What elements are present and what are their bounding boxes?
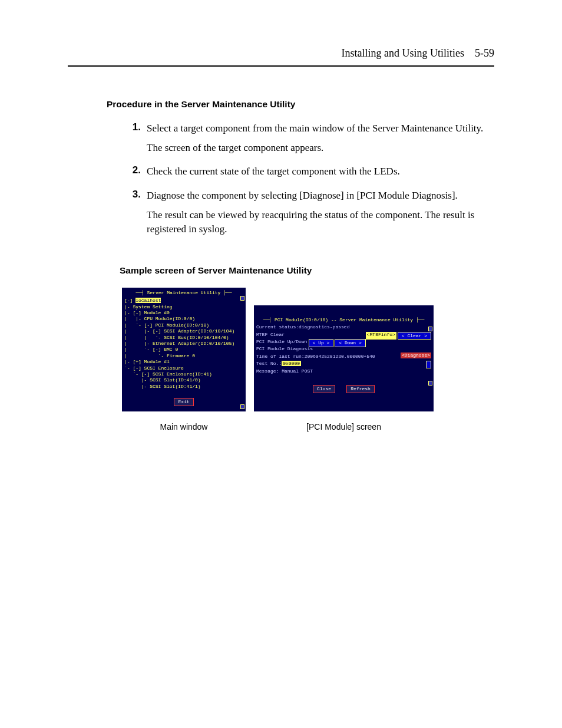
message-row: Message: Manual POST <box>256 368 431 374</box>
current-status-row: Current status:diagnostics-passed <box>256 324 431 330</box>
clear-button[interactable]: < Clear > <box>398 332 431 340</box>
pci-module-screenshot: ──┤ PCI Module(ID:0/10) -- Server Mainte… <box>254 305 434 411</box>
diagnose-button[interactable]: <Diagnose> <box>401 353 431 358</box>
step-text: Check the current state of the target co… <box>147 164 494 179</box>
test-no-row: Test No.:0x0000 <box>256 361 431 367</box>
window-title: ──┤ Server Maintenance Utility ├── <box>124 290 243 296</box>
step-text: Select a target component from the main … <box>147 121 494 136</box>
down-button[interactable]: < Down > <box>335 339 365 347</box>
step-text-extra: The screen of the target component appea… <box>147 141 494 156</box>
step-3: 3. Diagnose the component by selecting [… <box>68 189 494 242</box>
module-updown-row: PCI Module Up/Down < Up > < Down > <box>256 339 431 345</box>
step-number: 1. <box>120 121 141 160</box>
header-page-number: 5-59 <box>475 47 494 59</box>
window-title: ──┤ PCI Module(ID:0/10) -- Server Mainte… <box>256 317 431 323</box>
main-window-screenshot: ──┤ Server Maintenance Utility ├── [-] l… <box>122 288 246 411</box>
mtbf-info-button[interactable]: <MTBFinfo> <box>366 332 396 340</box>
step-text-extra: The result can be viewed by reacquiring … <box>147 208 494 237</box>
figure-captions: Main window [PCI Module] screen <box>122 422 494 431</box>
caption-pci-module: [PCI Module] screen <box>254 422 434 431</box>
close-button[interactable]: Close <box>313 385 335 393</box>
caption-main-window: Main window <box>122 422 246 431</box>
page-header: Installing and Using Utilities 5-59 <box>68 47 494 67</box>
field-marker-icon <box>426 361 431 368</box>
section-heading-procedure: Procedure in the Server Maintenance Util… <box>107 99 494 110</box>
header-section: Installing and Using Utilities <box>342 47 465 59</box>
step-text: Diagnose the component by selecting [Dia… <box>147 189 494 203</box>
procedure-steps: 1. Select a target component from the ma… <box>68 121 494 242</box>
step-number: 2. <box>120 164 141 184</box>
module-diagnosis-row: PCI Module Diagnosis <Diagnose> <box>256 346 431 352</box>
step-number: 3. <box>120 189 141 242</box>
exit-button[interactable]: Exit <box>174 398 193 406</box>
mtbf-clear-row: MTBF Clear <MTBFinfo> < Clear > <box>256 332 431 338</box>
section-heading-sample: Sample screen of Server Maintenance Util… <box>120 265 494 276</box>
refresh-button[interactable]: Refresh <box>346 385 375 393</box>
tree-view[interactable]: [-] localhost |- System Setting |- [-] M… <box>124 298 243 390</box>
step-1: 1. Select a target component from the ma… <box>68 121 494 160</box>
step-2: 2. Check the current state of the target… <box>68 164 494 184</box>
